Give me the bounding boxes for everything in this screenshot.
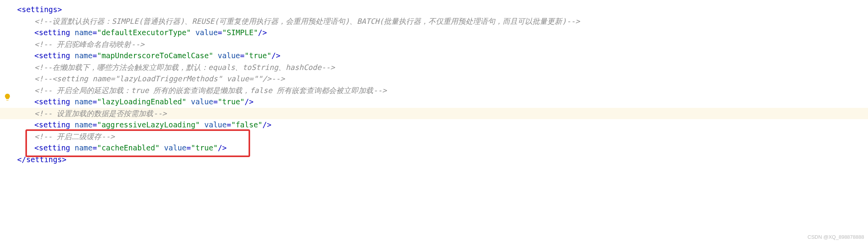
code-line: <setting name="aggressiveLazyLoading" va… — [17, 119, 868, 131]
xml-comment: <!-- 开启二级缓存--> — [34, 132, 115, 141]
code-line: <setting name="lazyLoadingEnabled" value… — [17, 96, 868, 108]
xml-attr-name: value — [164, 143, 186, 152]
code-line: <setting name="mapUnderscoreToCamelCase"… — [17, 50, 868, 62]
xml-attr-name: name — [75, 51, 93, 60]
code-line: <setting name="defaultExecutorType" valu… — [17, 27, 868, 39]
xml-attr-name: name — [75, 120, 93, 129]
xml-tag: setting — [39, 51, 70, 60]
xml-attr-value: false — [236, 120, 258, 129]
xml-comment: <!--<setting name="lazyLoadTriggerMethod… — [34, 74, 285, 83]
xml-tag: settings — [26, 155, 62, 164]
code-line: <!--在懒加载下，哪些方法会触发立即加载，默认：equals、toString… — [17, 62, 868, 73]
xml-attr-name: name — [75, 28, 93, 37]
code-line: <!--<setting name="lazyLoadTriggerMethod… — [17, 73, 868, 85]
code-line: <settings> — [17, 4, 868, 16]
xml-comment: <!--在懒加载下，哪些方法会触发立即加载，默认：equals、toString… — [34, 63, 335, 72]
xml-attr-value: true — [249, 51, 267, 60]
code-line: <!-- 开启二级缓存--> — [17, 131, 868, 143]
code-editor-content[interactable]: <settings> <!--设置默认执行器：SIMPLE(普通执行器)、REU… — [17, 4, 868, 165]
xml-tag: setting — [39, 97, 70, 106]
xml-comment: <!--设置默认执行器：SIMPLE(普通执行器)、REUSE(可重复使用执行器… — [34, 17, 580, 25]
xml-tag: setting — [39, 28, 70, 37]
xml-attr-value: SIMPLE — [227, 28, 254, 37]
xml-attr-name: name — [75, 143, 93, 152]
xml-attr-value: true — [195, 143, 213, 152]
xml-attr-value: aggressiveLazyLoading — [102, 120, 195, 129]
watermark-text: CSDN @XQ_898878888 — [807, 231, 864, 243]
xml-comment: <!-- 开启驼峰命名自动映射--> — [34, 40, 145, 48]
xml-attr-name: value — [195, 28, 218, 37]
editor-gutter — [0, 0, 15, 245]
xml-attr-name: value — [191, 97, 213, 106]
xml-comment: <!-- 开启全局的延迟加载：true 所有的嵌套查询都是懒加载，false 所… — [34, 86, 387, 95]
lightbulb-icon[interactable] — [3, 93, 12, 105]
code-line: <!-- 开启全局的延迟加载：true 所有的嵌套查询都是懒加载，false 所… — [17, 85, 868, 97]
xml-attr-name: name — [75, 97, 93, 106]
code-line: <setting name="cacheEnabled" value="true… — [17, 142, 868, 154]
xml-comment: <!-- 设置加载的数据是否按需加载--> — [34, 109, 167, 118]
xml-tag: setting — [39, 120, 70, 129]
xml-attr-value: mapUnderscoreToCamelCase — [102, 51, 209, 60]
xml-attr-name: value — [218, 51, 240, 60]
code-line: <!-- 开启驼峰命名自动映射--> — [17, 39, 868, 50]
code-line: <!--设置默认执行器：SIMPLE(普通执行器)、REUSE(可重复使用执行器… — [17, 16, 868, 27]
xml-attr-name: value — [204, 120, 227, 129]
xml-attr-value: lazyLoadingEnabled — [102, 97, 182, 106]
xml-attr-value: cacheEnabled — [102, 143, 155, 152]
xml-tag: setting — [39, 143, 70, 152]
code-line: <!-- 设置加载的数据是否按需加载--> — [17, 108, 868, 120]
code-line: </settings> — [17, 154, 868, 166]
xml-tag: settings — [21, 5, 57, 14]
xml-attr-value: true — [222, 97, 240, 106]
xml-attr-value: defaultExecutorType — [102, 28, 186, 37]
